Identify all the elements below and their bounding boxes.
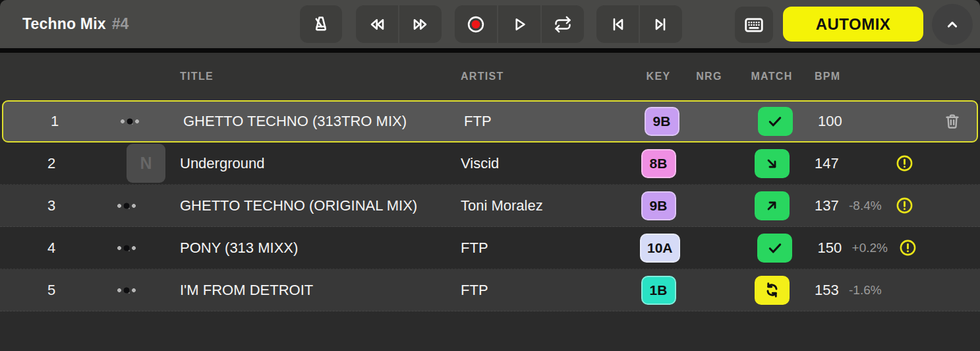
album-art: N xyxy=(127,144,165,183)
key-badge: 9B xyxy=(645,107,679,136)
match-badge xyxy=(755,191,790,220)
track-row[interactable]: 2 N Underground Viscid 8B xyxy=(0,143,980,185)
match-badge xyxy=(755,149,790,178)
metronome-button[interactable] xyxy=(300,5,342,43)
track-number: 3 xyxy=(47,197,76,214)
keyboard-shortcuts-button[interactable] xyxy=(735,7,773,43)
playlist-number: #4 xyxy=(112,15,129,33)
playlist-title-group: Techno Mix #4 xyxy=(22,0,129,48)
track-row[interactable]: 5 I'M FROM DETROIT FTP 1B xyxy=(0,269,980,311)
column-header-match: MATCH xyxy=(751,71,793,82)
track-title: I'M FROM DETROIT xyxy=(180,282,461,299)
track-bpm: 137 xyxy=(815,197,849,214)
fast-forward-button[interactable] xyxy=(399,5,442,43)
tempo-adjustment: +0.2% xyxy=(852,241,896,255)
track-number: 2 xyxy=(47,155,76,172)
column-header-nrg: NRG xyxy=(691,71,727,82)
track-row[interactable]: 3 GHETTO TECHNO (ORIGINAL MIX) Toni Mora… xyxy=(0,185,980,227)
previous-track-button[interactable] xyxy=(596,5,639,43)
track-skip-button-group xyxy=(596,5,682,43)
loop-button[interactable] xyxy=(542,5,584,43)
track-list: 1 GHETTO TECHNO (313TRO MIX) FTP 9B xyxy=(0,100,980,311)
track-bpm: 153 xyxy=(815,282,849,299)
rewind-button[interactable] xyxy=(356,5,398,43)
track-title: PONY (313 MIXX) xyxy=(180,239,461,257)
sync-icon xyxy=(763,281,781,299)
next-track-icon xyxy=(651,15,671,34)
check-icon xyxy=(766,112,784,131)
track-row[interactable]: 4 PONY (313 MIXX) FTP 10A xyxy=(0,227,980,269)
transport-button-group xyxy=(455,5,584,43)
track-artist: Toni Moralez xyxy=(461,197,640,214)
key-badge: 1B xyxy=(641,276,676,305)
track-title: GHETTO TECHNO (313TRO MIX) xyxy=(183,113,464,130)
match-badge xyxy=(755,276,790,305)
track-number: 5 xyxy=(47,282,76,299)
track-artist: FTP xyxy=(461,239,640,257)
match-badge xyxy=(757,234,792,263)
warning-icon xyxy=(895,196,914,215)
record-icon xyxy=(466,15,486,34)
next-track-button[interactable] xyxy=(640,5,682,43)
dj-playlist-window: Techno Mix #4 xyxy=(0,0,980,351)
chevron-up-icon xyxy=(943,15,962,34)
track-title: Underground xyxy=(180,155,461,172)
placeholder-logo: N xyxy=(140,154,152,173)
column-header-bpm: BPM xyxy=(815,71,849,82)
track-artist: Viscid xyxy=(461,155,640,172)
play-icon xyxy=(509,15,529,34)
tempo-adjustment: -8.4% xyxy=(849,199,892,213)
trash-icon xyxy=(942,112,962,131)
playlist-title: Techno Mix xyxy=(22,15,106,33)
key-badge: 9B xyxy=(641,191,676,220)
track-number: 4 xyxy=(47,239,76,257)
arrow-up-right-icon xyxy=(763,197,780,214)
check-icon xyxy=(766,239,784,257)
seek-button-group xyxy=(356,5,442,43)
tempo-adjustment: -1.6% xyxy=(849,283,892,298)
metronome-icon xyxy=(311,15,331,34)
column-header-key: KEY xyxy=(640,71,677,82)
collapse-button[interactable] xyxy=(932,4,973,45)
top-bar: Techno Mix #4 xyxy=(0,0,980,48)
track-artist: FTP xyxy=(461,282,640,299)
warning-icon xyxy=(898,238,917,257)
previous-track-icon xyxy=(608,15,627,34)
track-row[interactable]: 1 GHETTO TECHNO (313TRO MIX) FTP 9B xyxy=(2,100,978,143)
key-badge: 8B xyxy=(641,149,676,178)
repeat-icon xyxy=(554,15,572,34)
arrow-down-right-icon xyxy=(763,155,780,172)
fast-forward-icon xyxy=(411,15,430,34)
track-bpm: 100 xyxy=(818,113,852,130)
match-badge xyxy=(758,107,793,136)
keyboard-icon xyxy=(743,15,764,36)
automix-button[interactable]: AUTOMIX xyxy=(783,7,923,42)
rewind-icon xyxy=(367,15,387,34)
key-badge: 10A xyxy=(640,234,680,263)
track-title: GHETTO TECHNO (ORIGINAL MIX) xyxy=(180,197,461,214)
topbar-divider xyxy=(0,48,980,53)
record-button[interactable] xyxy=(455,5,497,43)
column-header-artist: ARTIST xyxy=(461,71,640,82)
column-header-title: TITLE xyxy=(180,71,461,82)
track-bpm: 147 xyxy=(815,155,849,172)
warning-icon xyxy=(895,154,914,173)
track-artist: FTP xyxy=(464,113,643,130)
track-bpm: 150 xyxy=(818,239,852,257)
delete-track-button[interactable] xyxy=(942,112,962,131)
play-button[interactable] xyxy=(498,5,540,43)
track-number: 1 xyxy=(51,113,80,130)
table-header: TITLE ARTIST KEY NRG MATCH BPM xyxy=(0,53,980,100)
